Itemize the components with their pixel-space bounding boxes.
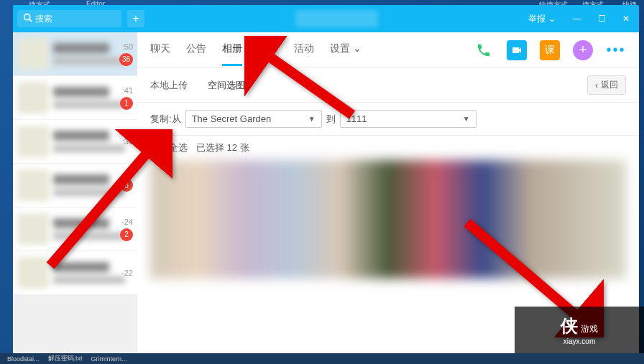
chat-time: :41: [122, 86, 133, 95]
watermark-text: 游戏: [581, 323, 598, 335]
source-value: The Secret Garden: [192, 113, 272, 124]
svg-point-0: [24, 14, 30, 20]
maximize-button[interactable]: ☐: [593, 10, 610, 27]
dest-value: 1111: [346, 113, 367, 124]
new-chat-button[interactable]: +: [127, 10, 144, 27]
tab-files[interactable]: 文件: [258, 34, 278, 66]
avatar: [17, 169, 49, 201]
chevron-down-icon: ⌄: [353, 42, 362, 54]
search-box[interactable]: [17, 10, 121, 27]
tab-chat[interactable]: 聊天: [150, 34, 170, 66]
app-titlebar: + 举报 ⌄ — ☐ ✕: [13, 5, 639, 32]
chat-item[interactable]: :5036: [13, 32, 137, 75]
unread-badge: 3: [120, 179, 133, 192]
svg-line-1: [29, 19, 32, 22]
taskbar-item[interactable]: Bloodstai...: [7, 355, 40, 363]
subtab-local-upload[interactable]: 本地上传: [150, 79, 188, 92]
chat-time: -22: [121, 269, 133, 277]
chat-time: -24: [121, 218, 133, 226]
avatar: [17, 82, 49, 113]
image-thumbnails-grid[interactable]: [150, 160, 626, 279]
main-header: 聊天 公告 相册 文件 活动 设置 ⌄ 课 + •••: [137, 32, 639, 68]
tab-announcement[interactable]: 公告: [186, 34, 206, 66]
more-icon[interactable]: •••: [606, 40, 626, 60]
unread-badge: 1: [120, 97, 133, 110]
class-icon[interactable]: 课: [540, 40, 560, 60]
tab-settings[interactable]: 设置 ⌄: [330, 34, 362, 66]
copy-source-row: 复制:从 The Secret Garden ▼ 到 1111 ▼: [137, 103, 639, 135]
chat-item[interactable]: -22: [13, 251, 137, 294]
avatar: [17, 213, 49, 245]
selection-row: ✓ 全选 已选择 12 张: [137, 135, 639, 160]
group-name-blurred: [295, 10, 378, 27]
chevron-down-icon: ▼: [463, 115, 470, 123]
upload-subtabs: 本地上传 空间选图: [150, 79, 245, 92]
chat-item[interactable]: :411: [13, 76, 137, 119]
chevron-down-icon: ⌄: [548, 14, 556, 24]
chat-item[interactable]: 3: [13, 164, 137, 207]
add-icon[interactable]: +: [573, 40, 593, 60]
unread-badge: 36: [119, 53, 133, 66]
dest-album-dropdown[interactable]: 1111 ▼: [340, 110, 477, 128]
window-controls: 举报 ⌄ — ☐ ✕: [528, 10, 635, 27]
subtab-space-select[interactable]: 空间选图: [208, 79, 245, 92]
avatar: [17, 257, 49, 289]
avatar: [17, 38, 49, 70]
back-button[interactable]: ‹ 返回: [587, 75, 626, 95]
app-body: :5036 :411 :36 3 -242: [13, 32, 639, 353]
call-icon[interactable]: [474, 40, 494, 60]
watermark-url: xiayx.com: [564, 337, 595, 345]
select-all-label: 全选: [169, 141, 188, 154]
copy-from-label: 复制:从: [150, 113, 181, 126]
chevron-left-icon: ‹: [595, 80, 598, 90]
report-dropdown[interactable]: 举报 ⌄: [528, 13, 556, 25]
back-label: 返回: [601, 79, 618, 91]
search-input[interactable]: [35, 14, 116, 24]
chat-list-sidebar: :5036 :411 :36 3 -242: [13, 32, 137, 353]
avatar: [17, 126, 49, 157]
to-label: 到: [326, 113, 336, 126]
tab-album[interactable]: 相册: [222, 34, 242, 66]
search-icon: [23, 13, 32, 24]
minimize-button[interactable]: —: [569, 10, 586, 27]
app-window: + 举报 ⌄ — ☐ ✕ :5036 :411: [13, 5, 639, 353]
chat-item[interactable]: :36: [13, 120, 137, 163]
header-action-icons: 课 + •••: [474, 40, 626, 60]
tab-activity[interactable]: 活动: [294, 34, 314, 66]
taskbar-item[interactable]: GrimIntern...: [91, 355, 127, 363]
taskbar-item[interactable]: 解压密码.txt: [48, 354, 83, 363]
chat-time: :36: [122, 137, 133, 146]
unread-badge: 2: [120, 228, 133, 241]
chat-meta: [53, 131, 133, 152]
report-label: 举报: [528, 13, 546, 25]
select-all-checkbox[interactable]: ✓: [150, 143, 160, 153]
taskbar: Bloodstai... 解压密码.txt GrimIntern...: [0, 353, 644, 364]
watermark-logo: 侠: [561, 314, 578, 337]
upload-subtabs-row: 本地上传 空间选图 ‹ 返回: [137, 68, 639, 103]
main-tabs: 聊天 公告 相册 文件 活动 设置 ⌄: [150, 34, 362, 66]
chat-item[interactable]: -242: [13, 207, 137, 251]
source-album-dropdown[interactable]: The Secret Garden ▼: [185, 110, 322, 128]
window-title-area: [144, 10, 528, 27]
main-panel: 聊天 公告 相册 文件 活动 设置 ⌄ 课 + •••: [137, 32, 639, 353]
chevron-down-icon: ▼: [308, 115, 316, 123]
chat-time: :50: [122, 42, 133, 51]
selected-count-label: 已选择 12 张: [196, 141, 249, 154]
watermark: 侠 游戏 xiayx.com: [515, 307, 644, 353]
video-icon[interactable]: [507, 40, 527, 60]
close-button[interactable]: ✕: [617, 10, 635, 27]
